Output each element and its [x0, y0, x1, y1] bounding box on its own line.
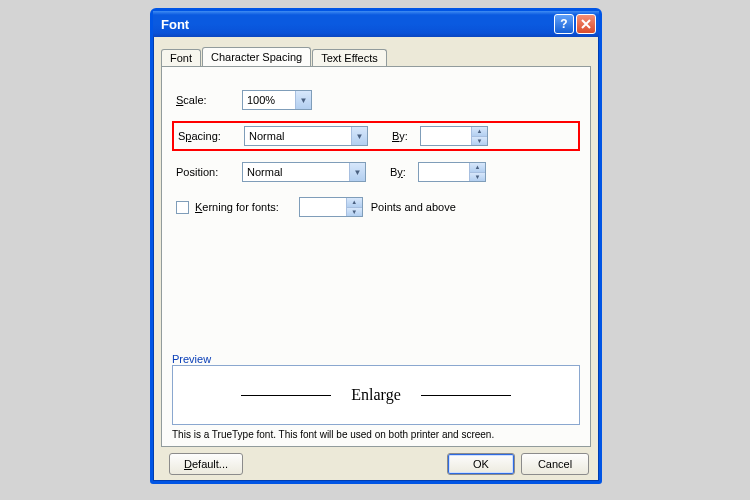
position-combo[interactable]: Normal ▼ — [242, 162, 366, 182]
preview-label: Preview — [172, 353, 580, 365]
help-button[interactable]: ? — [554, 14, 574, 34]
spacing-value: Normal — [249, 130, 351, 142]
titlebar: Font ? — [153, 11, 599, 37]
kerning-suffix: Points and above — [371, 201, 456, 213]
chevron-down-icon[interactable]: ▼ — [349, 163, 365, 181]
cancel-button[interactable]: Cancel — [521, 453, 589, 475]
client-area: Font Character Spacing Text Effects Scal… — [153, 37, 599, 481]
tab-strip: Font Character Spacing Text Effects — [161, 45, 591, 66]
position-row: Position: Normal ▼ By: ▲▼ — [172, 157, 580, 187]
preview-footnote: This is a TrueType font. This font will … — [172, 429, 580, 440]
spin-down-icon[interactable]: ▼ — [472, 137, 487, 146]
kerning-label: Kerning for fonts: — [195, 201, 279, 213]
position-value: Normal — [247, 166, 349, 178]
chevron-down-icon[interactable]: ▼ — [295, 91, 311, 109]
position-by-value — [419, 163, 469, 181]
scale-combo[interactable]: 100% ▼ — [242, 90, 312, 110]
position-label: Position: — [176, 166, 242, 178]
spacing-by-value — [421, 127, 471, 145]
tab-text-effects[interactable]: Text Effects — [312, 49, 387, 67]
kerning-checkbox[interactable] — [176, 201, 189, 214]
spin-down-icon[interactable]: ▼ — [347, 208, 362, 217]
scale-label: Scale: — [176, 94, 242, 106]
tab-font[interactable]: Font — [161, 49, 201, 67]
spacing-label: Spacing: — [178, 130, 244, 142]
kerning-row: Kerning for fonts: ▲▼ Points and above — [172, 197, 580, 217]
preview-box: Enlarge — [172, 365, 580, 425]
spacing-row: Spacing: Normal ▼ By: ▲▼ — [172, 121, 580, 151]
preview-line-right — [421, 395, 511, 396]
spin-up-icon[interactable]: ▲ — [472, 127, 487, 137]
chevron-down-icon[interactable]: ▼ — [351, 127, 367, 145]
default-button[interactable]: Default... — [169, 453, 243, 475]
scale-row: Scale: 100% ▼ — [172, 85, 580, 115]
preview-line-left — [241, 395, 331, 396]
preview-section: Preview Enlarge This is a TrueType font.… — [172, 353, 580, 440]
spin-up-icon[interactable]: ▲ — [347, 198, 362, 208]
position-by-spinner[interactable]: ▲▼ — [418, 162, 486, 182]
scale-value: 100% — [247, 94, 295, 106]
spin-up-icon[interactable]: ▲ — [470, 163, 485, 173]
window-title: Font — [161, 17, 552, 32]
spin-down-icon[interactable]: ▼ — [470, 173, 485, 182]
font-dialog: Font ? Font Character Spacing Text Effec… — [150, 8, 602, 484]
tab-panel: Scale: 100% ▼ Spacing: Normal ▼ By: ▲▼ — [161, 66, 591, 447]
kerning-value — [300, 198, 346, 216]
ok-button[interactable]: OK — [447, 453, 515, 475]
dialog-button-row: Default... OK Cancel — [161, 447, 591, 475]
close-button[interactable] — [576, 14, 596, 34]
preview-text: Enlarge — [351, 386, 400, 404]
spacing-by-label: By: — [392, 130, 420, 142]
kerning-spinner[interactable]: ▲▼ — [299, 197, 363, 217]
spacing-combo[interactable]: Normal ▼ — [244, 126, 368, 146]
position-by-label: By: — [390, 166, 418, 178]
tab-character-spacing[interactable]: Character Spacing — [202, 47, 311, 66]
spacing-by-spinner[interactable]: ▲▼ — [420, 126, 488, 146]
